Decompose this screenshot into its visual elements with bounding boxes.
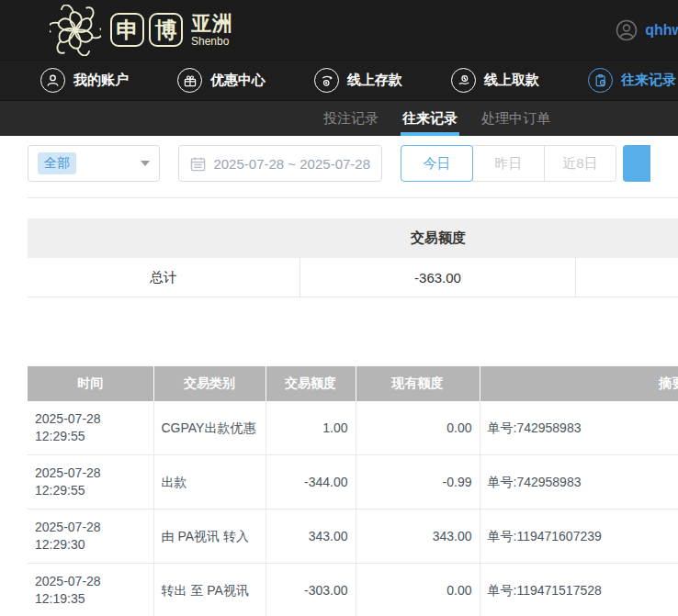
tab-transaction-records[interactable]: 往来记录 bbox=[402, 101, 458, 136]
cell-type: 由 PA视讯 转入 bbox=[153, 510, 266, 564]
deposit-hand-coin-icon bbox=[314, 68, 339, 93]
top-header: 申 博 亚洲 Shenbo qhhw bbox=[0, 0, 678, 61]
calendar-icon bbox=[190, 156, 206, 172]
logo-char-bo: 博 bbox=[149, 13, 183, 47]
nav-label: 线上存款 bbox=[347, 72, 402, 89]
date-range-picker[interactable]: 2025-07-28 ~ 2025-07-28 bbox=[178, 145, 382, 182]
user-account-area[interactable]: qhhw bbox=[616, 19, 678, 41]
cell-time: 2025-07-28 12:29:55 bbox=[28, 455, 153, 510]
summary-total-row: 总计 -363.00 bbox=[28, 258, 678, 297]
nav-item-my-account[interactable]: 我的账户 bbox=[40, 68, 129, 93]
cell-type: CGPAY出款优惠 bbox=[153, 401, 266, 455]
nav-item-deposit[interactable]: 线上存款 bbox=[314, 68, 402, 93]
records-header-row: 时间 交易类别 交易额度 现有额度 摘要 bbox=[28, 366, 678, 401]
site-logo[interactable]: 申 博 亚洲 Shenbo bbox=[50, 5, 233, 56]
cell-type: 转出 至 PA视讯 bbox=[153, 564, 266, 616]
nav-label: 线上取款 bbox=[484, 72, 539, 89]
nav-label: 优惠中心 bbox=[210, 72, 266, 89]
tab-betting-records[interactable]: 投注记录 bbox=[323, 101, 379, 136]
flower-logo-icon bbox=[50, 5, 101, 56]
cell-balance: 0.00 bbox=[356, 401, 480, 455]
cell-summary: 单号:742958983 bbox=[480, 401, 678, 455]
last-8-days-button[interactable]: 近8日 bbox=[544, 145, 616, 182]
logo-char-shen: 申 bbox=[110, 13, 144, 47]
nav-label: 我的账户 bbox=[73, 72, 129, 89]
summary-amount-header: 交易额度 bbox=[300, 230, 576, 247]
total-value: -363.00 bbox=[300, 258, 576, 297]
gift-icon bbox=[177, 68, 202, 93]
avatar-icon bbox=[616, 19, 638, 41]
cell-time: 2025-07-28 12:29:55 bbox=[28, 401, 153, 455]
withdraw-hand-coin-icon bbox=[451, 68, 476, 93]
table-row: 2025-07-28 12:19:35 转出 至 PA视讯 -303.00 0.… bbox=[28, 564, 678, 616]
main-nav: 我的账户 优惠中心 线上存款 线上取款 bbox=[0, 61, 678, 101]
records-clipboard-icon bbox=[588, 68, 613, 93]
user-icon bbox=[40, 68, 65, 93]
cell-amount: 343.00 bbox=[266, 510, 356, 564]
nav-item-withdraw[interactable]: 线上取款 bbox=[451, 68, 539, 93]
cell-balance: -0.99 bbox=[356, 455, 480, 510]
cell-amount: -344.00 bbox=[266, 455, 356, 510]
table-row: 2025-07-28 12:29:30 由 PA视讯 转入 343.00 343… bbox=[28, 510, 678, 564]
col-balance: 现有额度 bbox=[356, 366, 480, 401]
logo-region-text: 亚洲 bbox=[191, 14, 233, 34]
username-text[interactable]: qhhw bbox=[645, 22, 678, 39]
type-select-value: 全部 bbox=[38, 152, 76, 174]
records-table: 时间 交易类别 交易额度 现有额度 摘要 2025-07-28 12:29:55… bbox=[28, 366, 678, 616]
record-tabs: 投注记录 往来记录 处理中订单 bbox=[0, 101, 678, 136]
total-label: 总计 bbox=[28, 258, 300, 297]
filter-bar: 全部 2025-07-28 ~ 2025-07-28 今日 昨日 近8日 bbox=[28, 145, 650, 182]
cell-time: 2025-07-28 12:29:30 bbox=[28, 510, 153, 564]
yesterday-button[interactable]: 昨日 bbox=[472, 145, 545, 182]
col-summary: 摘要 bbox=[480, 366, 678, 401]
cell-amount: 1.00 bbox=[266, 401, 356, 455]
cell-amount: -303.00 bbox=[266, 564, 356, 616]
date-range-value: 2025-07-28 ~ 2025-07-28 bbox=[213, 156, 370, 172]
tab-processing-orders[interactable]: 处理中订单 bbox=[481, 101, 550, 136]
today-button[interactable]: 今日 bbox=[401, 145, 473, 182]
search-button[interactable] bbox=[623, 145, 650, 182]
table-row: 2025-07-28 12:29:55 出款 -344.00 -0.99 单号:… bbox=[28, 455, 678, 510]
nav-item-promotions[interactable]: 优惠中心 bbox=[177, 68, 266, 93]
summary-table: 交易额度 总计 -363.00 bbox=[28, 218, 678, 297]
table-row: 2025-07-28 12:29:55 CGPAY出款优惠 1.00 0.00 … bbox=[28, 401, 678, 455]
chevron-down-icon bbox=[141, 161, 150, 166]
nav-label: 往来记录 bbox=[621, 72, 676, 89]
cell-summary: 单号:119471607239 bbox=[480, 510, 678, 564]
quick-date-buttons: 今日 昨日 近8日 bbox=[401, 145, 616, 182]
cell-time: 2025-07-28 12:19:35 bbox=[28, 564, 153, 616]
summary-header-row: 交易额度 bbox=[28, 218, 678, 258]
logo-subtitle: Shenbo bbox=[191, 36, 233, 47]
col-type: 交易类别 bbox=[153, 366, 266, 401]
filter-divider bbox=[28, 197, 678, 198]
col-amount: 交易额度 bbox=[266, 366, 356, 401]
type-select-dropdown[interactable]: 全部 bbox=[28, 145, 160, 182]
cell-summary: 单号:119471517528 bbox=[480, 564, 678, 616]
col-time: 时间 bbox=[28, 366, 153, 401]
cell-balance: 343.00 bbox=[356, 510, 480, 564]
cell-summary: 单号:742958983 bbox=[480, 455, 678, 510]
cell-balance: 0.00 bbox=[356, 564, 480, 616]
nav-item-transaction-records[interactable]: 往来记录 bbox=[588, 68, 676, 93]
cell-type: 出款 bbox=[153, 455, 266, 510]
